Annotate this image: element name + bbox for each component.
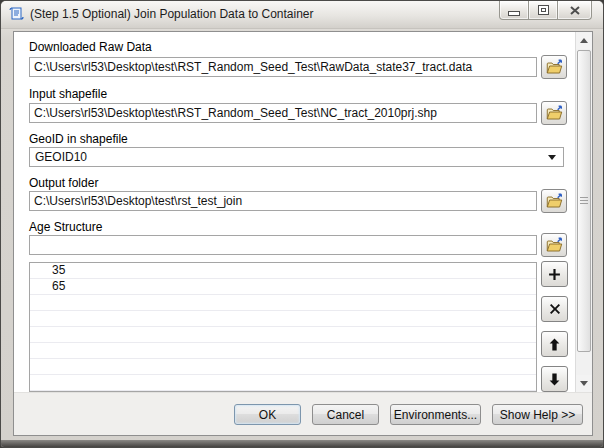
maximize-button[interactable]: [528, 1, 558, 20]
maximize-icon: [538, 5, 549, 15]
close-icon: [570, 6, 580, 15]
show-help-button[interactable]: Show Help >>: [492, 404, 583, 425]
list-item[interactable]: [30, 295, 536, 311]
list-item[interactable]: [30, 359, 536, 375]
scroll-down-button[interactable]: [576, 375, 592, 392]
open-folder-icon: [546, 237, 563, 254]
open-folder-icon: [546, 105, 563, 122]
input-shapefile-browse-button[interactable]: [541, 101, 567, 125]
scroll-up-button[interactable]: [576, 32, 592, 49]
geoid-label: GeoID in shapefile: [29, 132, 128, 146]
cancel-button[interactable]: Cancel: [312, 404, 379, 425]
list-item[interactable]: 65: [30, 279, 536, 295]
geoid-dropdown[interactable]: GEOID10: [29, 147, 564, 167]
remove-value-button[interactable]: [541, 296, 568, 322]
scrollbar-grip-icon: [580, 197, 588, 205]
dialog-panel: Downloaded Raw Data Input shapefile GeoI…: [13, 31, 593, 436]
age-structure-label: Age Structure: [29, 220, 102, 234]
output-folder-browse-button[interactable]: [541, 189, 567, 213]
window-controls: [500, 1, 592, 20]
open-folder-icon: [546, 193, 563, 210]
list-item[interactable]: [30, 375, 536, 391]
move-up-button[interactable]: [541, 331, 568, 357]
list-item[interactable]: [30, 311, 536, 327]
remove-icon: [549, 303, 561, 315]
scroll-up-icon: [580, 38, 588, 43]
raw-data-browse-button[interactable]: [541, 55, 567, 79]
list-item[interactable]: 35: [30, 263, 536, 279]
geoid-dropdown-value: GEOID10: [35, 150, 87, 164]
parameters-area: Downloaded Raw Data Input shapefile GeoI…: [14, 32, 592, 392]
window-bottom-frame: [1, 440, 603, 447]
list-item[interactable]: [30, 327, 536, 343]
list-item[interactable]: [30, 343, 536, 359]
minimize-button[interactable]: [499, 1, 529, 20]
move-down-button[interactable]: [541, 366, 568, 392]
environments-button[interactable]: Environments...: [390, 404, 481, 425]
age-structure-input[interactable]: [29, 235, 537, 255]
move-up-icon: [548, 338, 561, 351]
close-button[interactable]: [557, 1, 592, 20]
raw-data-input[interactable]: [29, 57, 537, 77]
minimize-icon: [508, 11, 520, 16]
input-shapefile-input[interactable]: [29, 103, 537, 123]
add-value-button[interactable]: [541, 261, 568, 287]
ok-button[interactable]: OK: [234, 404, 301, 425]
add-icon: [548, 268, 561, 281]
raw-data-label: Downloaded Raw Data: [29, 40, 152, 54]
move-down-icon: [548, 373, 561, 386]
chevron-down-icon: [548, 155, 556, 160]
script-tool-icon: [9, 6, 25, 22]
dialog-footer: OK Cancel Environments... Show Help >>: [14, 392, 592, 435]
dialog-window: (Step 1.5 Optional) Join Population Data…: [0, 0, 604, 448]
age-structure-list[interactable]: 35 65: [29, 262, 537, 392]
scroll-down-icon: [580, 381, 588, 386]
scrollbar-thumb[interactable]: [577, 50, 591, 352]
window-title: (Step 1.5 Optional) Join Population Data…: [30, 7, 314, 21]
age-structure-browse-button[interactable]: [541, 233, 567, 257]
vertical-scrollbar[interactable]: [575, 32, 592, 392]
output-folder-input[interactable]: [29, 191, 537, 211]
open-folder-icon: [546, 59, 563, 76]
input-shapefile-label: Input shapefile: [29, 87, 107, 101]
output-folder-label: Output folder: [29, 176, 98, 190]
